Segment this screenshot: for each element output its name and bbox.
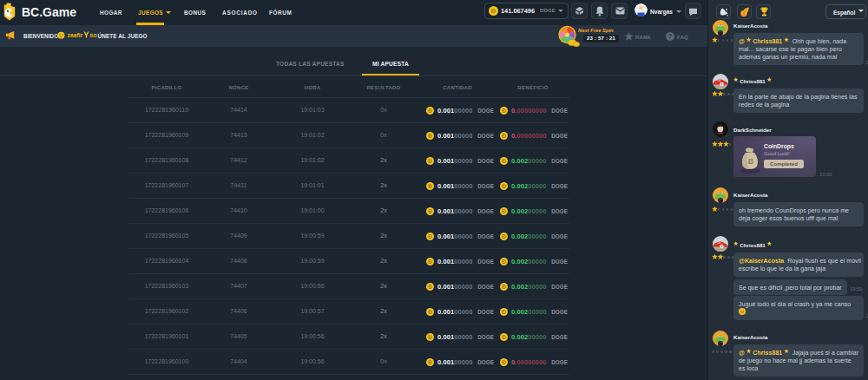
svg-text:Ƀ: Ƀ: [748, 157, 754, 166]
svg-text:$: $: [742, 11, 745, 16]
